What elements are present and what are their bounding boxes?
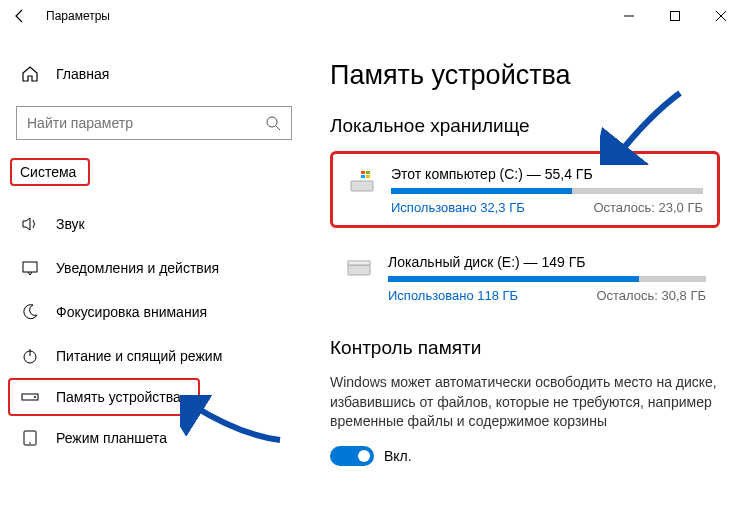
drive-c[interactable]: Этот компьютер (C:) — 55,4 ГБ Использова… <box>330 151 720 228</box>
home-icon <box>20 64 40 84</box>
drive-free: Осталось: 30,8 ГБ <box>596 288 706 303</box>
storage-icon <box>20 387 40 407</box>
nav-sound[interactable]: Звук <box>0 202 310 246</box>
tablet-icon <box>20 428 40 448</box>
nav-power[interactable]: Питание и спящий режим <box>0 334 310 378</box>
drive-name: Этот компьютер (C:) — 55,4 ГБ <box>391 166 703 182</box>
moon-icon <box>20 302 40 322</box>
storage-sense-description: Windows может автоматически освободить м… <box>330 373 720 432</box>
windows-drive-icon <box>347 166 377 196</box>
svg-rect-17 <box>348 261 370 265</box>
search-icon <box>265 115 281 131</box>
nav-label: Уведомления и действия <box>56 260 219 276</box>
sidebar: Главная Система Звук Уведомления и дейст… <box>0 32 310 511</box>
svg-point-8 <box>34 396 36 398</box>
nav-notifications[interactable]: Уведомления и действия <box>0 246 310 290</box>
back-button[interactable] <box>12 8 32 24</box>
sidebar-section-system: Система <box>10 158 90 186</box>
page-title: Память устройства <box>330 60 720 91</box>
storage-sense-toggle[interactable]: Вкл. <box>330 446 720 466</box>
svg-rect-11 <box>351 181 373 191</box>
maximize-button[interactable] <box>652 0 698 32</box>
svg-line-3 <box>276 126 280 130</box>
drive-e[interactable]: Локальный диск (E:) — 149 ГБ Использован… <box>330 242 720 313</box>
nav-focus[interactable]: Фокусировка внимания <box>0 290 310 334</box>
disk-drive-icon <box>344 254 374 284</box>
search-field[interactable] <box>27 115 265 131</box>
nav-label: Фокусировка внимания <box>56 304 207 320</box>
svg-rect-1 <box>671 12 680 21</box>
nav-label: Память устройства <box>56 389 181 405</box>
search-input[interactable] <box>16 106 292 140</box>
nav-tablet[interactable]: Режим планшета <box>0 416 310 460</box>
drive-used: Использовано 118 ГБ <box>388 288 518 303</box>
svg-rect-12 <box>361 171 365 174</box>
drive-free: Осталось: 23,0 ГБ <box>593 200 703 215</box>
svg-rect-16 <box>348 265 370 275</box>
drive-name: Локальный диск (E:) — 149 ГБ <box>388 254 706 270</box>
svg-rect-4 <box>23 262 37 272</box>
speaker-icon <box>20 214 40 234</box>
svg-point-2 <box>267 117 277 127</box>
svg-rect-14 <box>361 175 365 178</box>
svg-point-10 <box>29 442 31 444</box>
nav-storage[interactable]: Память устройства <box>8 378 200 416</box>
window-title: Параметры <box>46 9 110 23</box>
close-button[interactable] <box>698 0 744 32</box>
toggle-label: Вкл. <box>384 448 412 464</box>
svg-rect-13 <box>366 171 370 174</box>
notification-icon <box>20 258 40 278</box>
power-icon <box>20 346 40 366</box>
usage-bar <box>388 276 706 282</box>
nav-label: Питание и спящий режим <box>56 348 222 364</box>
storage-sense-heading: Контроль памяти <box>330 337 720 359</box>
usage-bar <box>391 188 703 194</box>
svg-rect-15 <box>366 175 370 178</box>
home-link[interactable]: Главная <box>0 56 310 92</box>
local-storage-heading: Локальное хранилище <box>330 115 720 137</box>
drive-used: Использовано 32,3 ГБ <box>391 200 525 215</box>
minimize-button[interactable] <box>606 0 652 32</box>
nav-label: Режим планшета <box>56 430 167 446</box>
home-label: Главная <box>56 66 109 82</box>
toggle-track <box>330 446 374 466</box>
nav-label: Звук <box>56 216 85 232</box>
main-content: Память устройства Локальное хранилище Эт… <box>310 32 744 511</box>
